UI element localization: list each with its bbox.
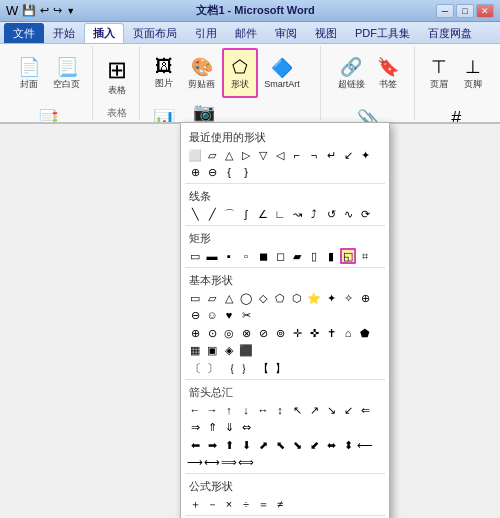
- shape-item[interactable]: ⟺: [238, 454, 254, 470]
- quick-undo[interactable]: ↩: [40, 4, 49, 17]
- tab-layout[interactable]: 页面布局: [124, 23, 186, 43]
- shape-item[interactable]: ⊕: [357, 290, 373, 306]
- shape-item[interactable]: 〕: [204, 360, 220, 376]
- shape-item[interactable]: ▱: [204, 147, 220, 163]
- shape-item[interactable]: ⇒: [187, 419, 203, 435]
- shape-item[interactable]: ✦: [357, 147, 373, 163]
- page-number-button[interactable]: # 页码: [440, 100, 472, 124]
- tab-pdf[interactable]: PDF工具集: [346, 23, 419, 43]
- shape-item[interactable]: ⊕: [187, 325, 203, 341]
- shape-item[interactable]: ⬅: [187, 437, 203, 453]
- shape-item[interactable]: }: [238, 164, 254, 180]
- shape-item[interactable]: ∟: [272, 206, 288, 222]
- tab-start[interactable]: 开始: [44, 23, 84, 43]
- shape-item[interactable]: ⇔: [238, 419, 254, 435]
- tab-view[interactable]: 视图: [306, 23, 346, 43]
- shape-item[interactable]: △: [221, 290, 237, 306]
- shape-item[interactable]: ☺: [204, 307, 220, 323]
- shape-item[interactable]: ∫: [238, 206, 254, 222]
- shape-item[interactable]: ✛: [289, 325, 305, 341]
- shape-item[interactable]: 〔: [187, 360, 203, 376]
- shape-item[interactable]: ⬍: [340, 437, 356, 453]
- shape-item[interactable]: ◯: [238, 290, 254, 306]
- tab-references[interactable]: 引用: [186, 23, 226, 43]
- footer-button[interactable]: ⊥ 页脚: [457, 48, 489, 98]
- shape-item[interactable]: ↔: [255, 402, 271, 418]
- shape-item[interactable]: ∿: [340, 206, 356, 222]
- shape-item[interactable]: ▪: [221, 248, 237, 264]
- shape-item[interactable]: ⊙: [204, 325, 220, 341]
- clip-art-button[interactable]: 🎨 剪贴画: [184, 48, 220, 98]
- shape-item[interactable]: ｛: [221, 360, 237, 376]
- shape-item[interactable]: ♥: [221, 307, 237, 323]
- shape-item[interactable]: ▭: [187, 290, 203, 306]
- shape-item[interactable]: ╲: [187, 206, 203, 222]
- page-break-button[interactable]: 📑 分页: [30, 100, 66, 124]
- shape-item[interactable]: ▯: [306, 248, 322, 264]
- shape-item[interactable]: ≠: [272, 496, 288, 512]
- shape-item[interactable]: ｝: [238, 360, 254, 376]
- shape-item[interactable]: ↵: [323, 147, 339, 163]
- screenshot-button[interactable]: 📷 屏幕截图: [184, 100, 224, 124]
- shape-item[interactable]: ×: [221, 496, 237, 512]
- shape-item[interactable]: ➡: [204, 437, 220, 453]
- table-button[interactable]: ⊞ 表格: [95, 48, 139, 104]
- smartart-button[interactable]: 🔷 SmartArt: [260, 48, 304, 98]
- shape-item[interactable]: －: [204, 496, 220, 512]
- shape-item[interactable]: ↝: [289, 206, 305, 222]
- quick-redo[interactable]: ↪: [53, 4, 62, 17]
- shape-item[interactable]: 】: [272, 360, 288, 376]
- shape-item[interactable]: ↺: [323, 206, 339, 222]
- tab-review[interactable]: 审阅: [266, 23, 306, 43]
- blank-page-button[interactable]: 📃 空白页: [49, 48, 85, 98]
- cover-button[interactable]: 📄 封面: [11, 48, 47, 98]
- shape-item[interactable]: ✜: [306, 325, 322, 341]
- tab-insert[interactable]: 插入: [84, 23, 124, 43]
- shape-item[interactable]: ↙: [340, 147, 356, 163]
- tab-mail[interactable]: 邮件: [226, 23, 266, 43]
- shape-item[interactable]: ↙: [340, 402, 356, 418]
- shape-item[interactable]: ⊚: [272, 325, 288, 341]
- shape-item[interactable]: ✝: [323, 325, 339, 341]
- shape-item[interactable]: ✦: [323, 290, 339, 306]
- shape-item[interactable]: 【: [255, 360, 271, 376]
- shape-item[interactable]: ◁: [272, 147, 288, 163]
- header-button[interactable]: ⊤ 页眉: [423, 48, 455, 98]
- shape-item[interactable]: △: [221, 147, 237, 163]
- shape-item[interactable]: →: [204, 402, 220, 418]
- shape-item[interactable]: ⌒: [221, 206, 237, 222]
- shape-item[interactable]: ⇐: [357, 402, 373, 418]
- shape-item[interactable]: ⬉: [272, 437, 288, 453]
- shape-item[interactable]: ◼: [255, 248, 271, 264]
- shape-item[interactable]: ⭐: [306, 290, 322, 306]
- shape-item[interactable]: ⬈: [255, 437, 271, 453]
- shape-item[interactable]: ⊖: [187, 307, 203, 323]
- shape-item[interactable]: ✧: [340, 290, 356, 306]
- shape-item[interactable]: ⟹: [221, 454, 237, 470]
- shape-item[interactable]: ⬜: [187, 147, 203, 163]
- shape-item[interactable]: ⊕: [187, 164, 203, 180]
- shape-item[interactable]: {: [221, 164, 237, 180]
- shape-item[interactable]: ◇: [255, 290, 271, 306]
- shapes-button[interactable]: ⬠ 形状: [222, 48, 258, 98]
- shape-item[interactable]: ◈: [221, 342, 237, 358]
- shape-item[interactable]: ⊖: [204, 164, 220, 180]
- shape-item[interactable]: ⤴: [306, 206, 322, 222]
- tab-baidu[interactable]: 百度网盘: [419, 23, 481, 43]
- chart-button[interactable]: 📊 图表: [146, 100, 182, 124]
- shape-item[interactable]: ╱: [204, 206, 220, 222]
- shape-item[interactable]: ¬: [306, 147, 322, 163]
- shape-item[interactable]: ▮: [323, 248, 339, 264]
- shape-item[interactable]: ▰: [289, 248, 305, 264]
- shape-item-selected[interactable]: ◱: [340, 248, 356, 264]
- shape-item[interactable]: ▫: [238, 248, 254, 264]
- shape-item[interactable]: ⬆: [221, 437, 237, 453]
- shape-item[interactable]: ⬟: [357, 325, 373, 341]
- shape-item[interactable]: ▷: [238, 147, 254, 163]
- shape-item[interactable]: ↖: [289, 402, 305, 418]
- quick-save[interactable]: 💾: [22, 4, 36, 17]
- shape-item[interactable]: ⌗: [357, 248, 373, 264]
- shape-item[interactable]: ↑: [221, 402, 237, 418]
- shape-item[interactable]: ▱: [204, 290, 220, 306]
- bookmark-button[interactable]: 🔖 书签: [372, 48, 404, 98]
